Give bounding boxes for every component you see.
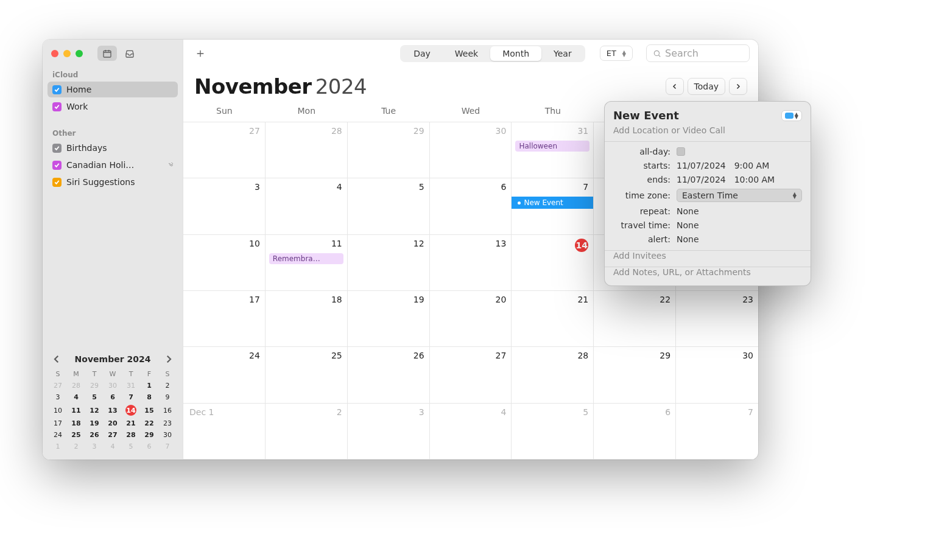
mini-day[interactable]: 11 — [67, 403, 85, 418]
view-tab-year[interactable]: Year — [541, 46, 584, 61]
add-event-button[interactable] — [192, 45, 209, 62]
event-pill[interactable]: Remembra… — [269, 253, 343, 264]
sidebar-item-siri[interactable]: Siri Suggestions — [47, 174, 178, 190]
mini-day[interactable]: 14 — [122, 403, 140, 418]
mini-day[interactable]: 18 — [67, 418, 85, 429]
today-button[interactable]: Today — [688, 78, 726, 95]
view-tab-day[interactable]: Day — [401, 46, 443, 61]
day-cell[interactable]: Dec 1 — [183, 404, 266, 460]
mini-day[interactable]: 28 — [67, 380, 85, 391]
mini-day[interactable]: 25 — [67, 429, 85, 441]
popover-invitees-field[interactable]: Add Invitees — [605, 251, 811, 267]
minimize-window-button[interactable] — [63, 50, 71, 57]
day-cell[interactable]: 5 — [348, 178, 430, 234]
day-cell[interactable]: 24 — [183, 347, 266, 403]
mini-day[interactable]: 7 — [122, 391, 140, 403]
popover-allday-checkbox[interactable] — [677, 147, 685, 156]
day-cell[interactable]: 3 — [183, 178, 266, 234]
day-cell[interactable]: 27 — [430, 347, 512, 403]
mini-next-month-button[interactable] — [163, 354, 174, 365]
event-pill[interactable]: Halloween — [515, 141, 589, 152]
mini-day[interactable]: 29 — [85, 380, 104, 391]
day-cell[interactable]: 17 — [183, 291, 266, 347]
day-cell[interactable]: 27 — [183, 122, 266, 178]
popover-notes-field[interactable]: Add Notes, URL, or Attachments — [605, 267, 811, 285]
popover-calendar-selector[interactable]: ▲▼ — [781, 110, 802, 121]
mini-day[interactable]: 20 — [104, 418, 122, 429]
mini-day[interactable]: 27 — [49, 380, 67, 391]
day-cell[interactable]: 30 — [676, 347, 758, 403]
day-cell[interactable]: 18 — [266, 291, 348, 347]
mini-day[interactable]: 30 — [158, 429, 177, 441]
search-field[interactable]: Search — [646, 44, 750, 62]
mini-day[interactable]: 7 — [158, 441, 177, 452]
mini-prev-month-button[interactable] — [51, 354, 62, 365]
day-cell[interactable]: 4 — [430, 404, 512, 460]
checkbox-icon[interactable] — [52, 102, 62, 111]
day-cell[interactable]: 29 — [348, 122, 430, 178]
day-cell[interactable]: 23 — [676, 291, 758, 347]
mini-day[interactable]: 6 — [104, 391, 122, 403]
day-cell[interactable]: 20 — [430, 291, 512, 347]
day-cell[interactable]: 6 — [594, 404, 676, 460]
mini-day[interactable]: 3 — [49, 391, 67, 403]
mini-day[interactable]: 23 — [158, 418, 177, 429]
popover-alert-value[interactable]: None — [677, 234, 699, 244]
popover-starts-time[interactable]: 9:00 AM — [734, 161, 770, 170]
timezone-selector[interactable]: ET ▲▼ — [600, 46, 633, 61]
popover-tz-select[interactable]: Eastern Time ▲▼ — [677, 189, 802, 202]
sidebar-item-work[interactable]: Work — [47, 99, 178, 114]
calendars-toggle-button[interactable] — [97, 46, 117, 61]
mini-day[interactable]: 5 — [85, 391, 104, 403]
popover-travel-value[interactable]: None — [677, 220, 699, 230]
day-cell[interactable]: 6 — [430, 178, 512, 234]
day-cell[interactable]: 25 — [266, 347, 348, 403]
popover-ends-time[interactable]: 10:00 AM — [734, 175, 775, 184]
mini-day[interactable]: 10 — [49, 403, 67, 418]
mini-day[interactable]: 31 — [122, 380, 140, 391]
close-window-button[interactable] — [51, 50, 58, 57]
popover-repeat-value[interactable]: None — [677, 206, 699, 216]
mini-day[interactable]: 2 — [67, 441, 85, 452]
day-cell[interactable]: 4 — [266, 178, 348, 234]
sidebar-item-birthdays[interactable]: Birthdays — [47, 140, 178, 156]
day-cell[interactable]: 30 — [430, 122, 512, 178]
day-cell[interactable]: 7 — [676, 404, 758, 460]
fullscreen-window-button[interactable] — [76, 50, 83, 57]
day-cell[interactable]: 19 — [348, 291, 430, 347]
event-pill[interactable]: New Event — [512, 197, 593, 209]
day-cell[interactable]: 3 — [348, 404, 430, 460]
mini-day[interactable]: 29 — [140, 429, 158, 441]
mini-day[interactable]: 19 — [85, 418, 104, 429]
popover-ends-date[interactable]: 11/07/2024 — [677, 175, 726, 184]
day-cell[interactable]: 21 — [512, 291, 594, 347]
mini-day[interactable]: 30 — [104, 380, 122, 391]
day-cell[interactable]: 22 — [594, 291, 676, 347]
mini-day[interactable]: 15 — [140, 403, 158, 418]
mini-day[interactable]: 27 — [104, 429, 122, 441]
prev-month-button[interactable] — [666, 78, 684, 95]
mini-day[interactable]: 22 — [140, 418, 158, 429]
next-month-button[interactable] — [729, 78, 747, 95]
mini-day[interactable]: 28 — [122, 429, 140, 441]
mini-day[interactable]: 6 — [140, 441, 158, 452]
day-cell[interactable]: 10 — [183, 235, 266, 291]
mini-day[interactable]: 26 — [85, 429, 104, 441]
mini-day[interactable]: 21 — [122, 418, 140, 429]
mini-day[interactable]: 12 — [85, 403, 104, 418]
mini-day[interactable]: 4 — [104, 441, 122, 452]
mini-day[interactable]: 1 — [140, 380, 158, 391]
day-cell[interactable]: 14 — [512, 235, 594, 291]
view-tab-week[interactable]: Week — [443, 46, 490, 61]
checkbox-icon[interactable] — [52, 144, 62, 153]
popover-title[interactable]: New Event — [613, 109, 781, 122]
day-cell[interactable]: 26 — [348, 347, 430, 403]
checkbox-icon[interactable] — [52, 178, 62, 187]
mini-day[interactable]: 9 — [158, 391, 177, 403]
mini-day[interactable]: 3 — [85, 441, 104, 452]
day-cell[interactable]: 2 — [266, 404, 348, 460]
mini-day[interactable]: 17 — [49, 418, 67, 429]
popover-location-field[interactable]: Add Location or Video Call — [605, 125, 811, 141]
checkbox-icon[interactable] — [52, 161, 62, 170]
view-tab-month[interactable]: Month — [490, 46, 541, 61]
